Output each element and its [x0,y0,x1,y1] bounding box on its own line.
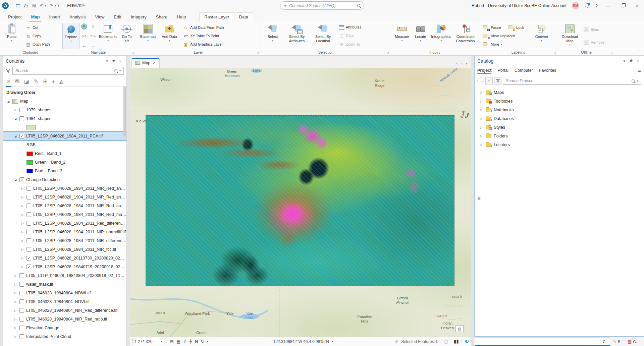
add-data-from-path-button[interactable]: ⊕Add Data From Path [182,25,225,31]
convert-labels-button[interactable]: Convert ▾ [531,23,552,49]
dock-tab-geoprocessing[interactable]: ▦G.. [626,338,641,346]
paste-button[interactable]: Paste ▾ [1,23,22,49]
restore-button[interactable] [618,3,627,8]
catalog-item-styles[interactable]: ▷Styles [475,123,644,132]
layer-checkbox[interactable] [26,186,31,191]
customize-qat-chevron-icon[interactable]: ▾ [58,4,59,7]
coordinates-chevron-icon[interactable]: ▾ [332,340,333,343]
bookmarks-button[interactable]: Bookmarks ▾ [98,23,118,49]
dock-tab-image-info[interactable]: ◉I.. [641,338,644,346]
catalog-tab-favorites[interactable]: Favorites [539,67,556,73]
ribbon-tab-help[interactable]: Help [172,13,191,21]
layer-checkbox[interactable] [26,230,31,234]
panel-options-chevron-icon[interactable]: ▾ [104,59,110,63]
chevron-down-icon[interactable]: ▾ [207,340,208,343]
select-tool-icon[interactable]: ▢ [444,339,448,344]
catalog-item-locators[interactable]: ▷Locators [475,140,644,149]
account-name[interactable]: Robert - University of Ulster ScoBE Onli… [472,3,567,8]
save-project-icon[interactable]: 🖫 [32,3,37,8]
expander-icon[interactable]: ▷ [479,134,483,138]
dialog-launcher-icon[interactable]: ◿ [387,51,389,54]
pause-drawing-icon[interactable]: ▮▮ [454,339,459,344]
legend-row[interactable] [3,123,126,132]
catalog-item-maps[interactable]: ▷Maps [475,88,644,97]
pause-labeling-button[interactable]: ▮▮Pause [482,25,502,31]
more-labeling-button[interactable]: More▾ [482,42,529,47]
ribbon-tab-analysis[interactable]: Analysis [65,13,90,21]
download-map-button[interactable]: Download Map ▾ [559,23,580,49]
expander-icon[interactable]: ◢ [13,117,17,120]
layer-row[interactable]: ▷LT05_046028_19840804_NIR_Red_difference… [3,306,126,315]
expander-icon[interactable]: ▷ [20,265,24,269]
list-by-data-source-button[interactable]: ⛃ [15,78,19,84]
rotate-icon[interactable]: ↻ [201,339,204,344]
clear-button[interactable]: ▢Clear [337,33,363,39]
next-extent-button[interactable]: → [90,43,96,48]
help-button[interactable]: ? [595,3,598,8]
catalog-search-input[interactable]: Search Project ▾ [503,77,641,85]
open-project-icon[interactable]: 🗁 [24,3,29,8]
explore-button[interactable]: Explore ▾ [62,23,79,49]
undo-button[interactable]: ↶ [40,3,43,8]
select-button[interactable]: Select ▾ [262,23,283,49]
home-icon[interactable]: ⌂ [485,77,493,84]
pin-icon[interactable] [628,59,634,63]
fixed-zoom-out-button[interactable]: ↖↘ [90,34,96,39]
contents-scrollbar[interactable] [123,86,126,136]
back-arrow-icon[interactable]: ← [477,77,484,84]
expander-icon[interactable]: ▷ [13,318,17,321]
ribbon-tab-edit[interactable]: Edit [109,13,126,21]
catalog-tab-computer[interactable]: Computer [515,67,533,73]
command-search-input[interactable]: ✦ Command Search (Alt+Q) [280,1,364,10]
list-by-drawing-order-button[interactable]: ≡ [7,78,10,84]
expander-icon[interactable]: ▷ [13,108,17,112]
expander-icon[interactable]: ▷ [20,187,24,190]
expander-icon[interactable]: ▷ [20,195,24,199]
collapse-ribbon-chevron-icon[interactable]: ⌃ [637,50,639,53]
catalog-tab-project[interactable]: Project [477,67,491,73]
full-extent-button[interactable] [81,24,88,29]
legend-row[interactable]: Blue:Band_3 [3,167,126,175]
infographics-button[interactable]: Infographics ▾ [429,23,453,49]
list-by-perspective-button[interactable]: ◭ [59,78,63,84]
fixed-zoom-in-button[interactable]: ↘↖ [81,34,88,39]
zoom-to-selection-button[interactable]: ⊞ [90,24,96,29]
layer-row[interactable]: ▷LT05_046028_19840804_NDWI.tif [3,289,126,297]
expander-icon[interactable]: ◢ [13,135,17,138]
snapping-icon[interactable]: ╂ [190,339,192,344]
attributes-button[interactable]: Attributes [337,25,363,30]
select-by-location-button[interactable]: Select By Location [311,23,335,49]
coordinate-conversion-button[interactable]: Coordinate Conversion [453,23,477,49]
add-graphics-layer-button[interactable]: ▣Add Graphics Layer [182,42,225,48]
layer-checkbox[interactable] [19,116,24,121]
xy-table-to-point-button[interactable]: XYXY Table To Point [182,33,225,39]
expander-icon[interactable]: ▷ [20,204,24,208]
dialog-launcher-icon[interactable]: ◿ [257,51,259,54]
expander-icon[interactable]: ▷ [13,274,17,277]
list-by-snapping-button[interactable]: ⊞ [43,78,47,84]
redo-button[interactable]: ↷ [50,3,53,8]
minimize-button[interactable]: — [603,3,612,8]
layer-row[interactable]: ▷Interpolated Point Cloud [3,332,126,341]
notifications-bell-icon[interactable] [585,3,590,8]
layer-checkbox[interactable] [26,195,31,199]
project-name[interactable]: EGM702▾ [67,3,85,8]
catalog-item-toolboxes[interactable]: ▷Toolboxes [475,97,644,106]
menu-hamburger-icon[interactable]: ≡ [638,68,641,73]
expander-icon[interactable]: ▷ [479,100,483,103]
refresh-icon[interactable]: ↻ [465,339,469,345]
zoom-to-selected-icon[interactable]: ⊕ [395,339,398,344]
legend-row[interactable]: Red:Band_1 [3,149,126,158]
layer-checkbox[interactable] [19,273,24,278]
layer-row[interactable]: ▷LT05_L2SP_046028_1984_2011_NIR_Red_angl… [3,193,126,201]
layer-checkbox[interactable] [26,212,31,217]
expander-icon[interactable]: ◢ [13,178,17,181]
avatar[interactable]: RM [572,2,579,9]
expander-icon[interactable]: ▷ [13,335,17,338]
layer-checkbox[interactable]: ✓ [26,256,31,261]
layout-page-button[interactable]: ▤ [455,325,464,332]
expander-icon[interactable]: ▷ [13,300,17,303]
expander-icon[interactable]: ▷ [479,91,483,94]
filter-funnel-icon[interactable] [6,68,10,73]
layer-row[interactable]: ▷1979_shapes [3,106,126,114]
